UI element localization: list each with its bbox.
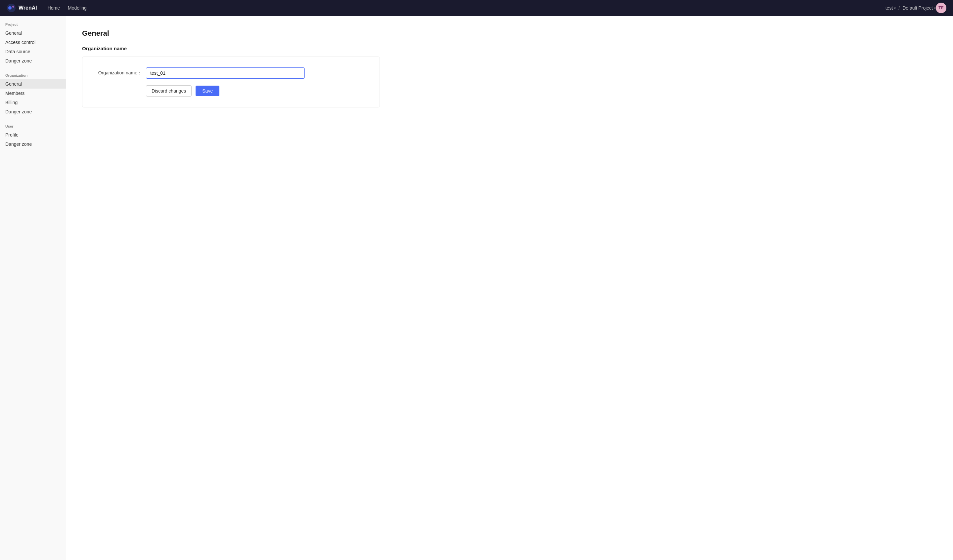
header-right: TE [936, 3, 946, 13]
logo-text: WrenAI [19, 5, 37, 11]
breadcrumb-test[interactable]: test ▾ [886, 5, 896, 11]
breadcrumb: test ▾ / Default Project ▾ [886, 5, 936, 11]
sidebar-section-organization-label: Organization [0, 73, 66, 77]
sidebar-section-project: Project General Access control Data sour… [0, 22, 66, 65]
svg-point-1 [8, 6, 12, 9]
avatar[interactable]: TE [936, 3, 946, 13]
sidebar-section-user: User Profile Danger zone [0, 124, 66, 149]
sidebar-item-org-general[interactable]: General [0, 79, 66, 88]
org-name-card: Organization name： Discard changes Save [82, 57, 380, 107]
main-nav: Home Modeling [48, 5, 886, 11]
sidebar-item-project-data-source[interactable]: Data source [0, 47, 66, 56]
main-content: General Organization name Organization n… [66, 16, 953, 560]
section-title: Organization name [82, 46, 937, 51]
org-name-label: Organization name： [96, 70, 142, 76]
sidebar: Project General Access control Data sour… [0, 16, 66, 560]
sidebar-item-org-danger-zone[interactable]: Danger zone [0, 107, 66, 116]
sidebar-item-user-danger-zone[interactable]: Danger zone [0, 139, 66, 149]
app-body: Project General Access control Data sour… [0, 16, 953, 560]
nav-home[interactable]: Home [48, 5, 60, 11]
breadcrumb-separator: / [899, 5, 900, 11]
page-title: General [82, 29, 937, 38]
sidebar-item-project-access-control[interactable]: Access control [0, 38, 66, 47]
breadcrumb-project-label: Default Project [902, 5, 933, 11]
breadcrumb-test-chevron: ▾ [894, 6, 896, 10]
breadcrumb-test-label: test [886, 5, 893, 11]
save-button[interactable]: Save [196, 86, 219, 96]
sidebar-item-project-general[interactable]: General [0, 28, 66, 38]
logo[interactable]: WrenAI [7, 3, 37, 12]
sidebar-item-org-billing[interactable]: Billing [0, 98, 66, 107]
app-header: WrenAI Home Modeling test ▾ / Default Pr… [0, 0, 953, 16]
org-name-form-row: Organization name： [96, 67, 366, 79]
sidebar-section-user-label: User [0, 124, 66, 128]
svg-point-2 [12, 6, 14, 8]
org-name-input[interactable] [146, 67, 305, 79]
sidebar-item-user-profile[interactable]: Profile [0, 130, 66, 139]
form-button-row: Discard changes Save [96, 85, 366, 96]
sidebar-section-project-label: Project [0, 22, 66, 26]
nav-modeling[interactable]: Modeling [68, 5, 87, 11]
sidebar-section-organization: Organization General Members Billing Dan… [0, 73, 66, 116]
breadcrumb-project[interactable]: Default Project ▾ [902, 5, 936, 11]
sidebar-item-org-members[interactable]: Members [0, 88, 66, 98]
discard-changes-button[interactable]: Discard changes [146, 85, 192, 96]
sidebar-item-project-danger-zone[interactable]: Danger zone [0, 56, 66, 65]
logo-icon [7, 3, 16, 12]
